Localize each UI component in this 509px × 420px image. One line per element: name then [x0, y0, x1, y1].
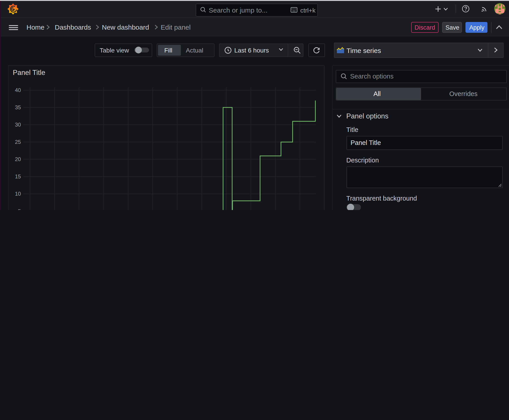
svg-text:35: 35: [15, 104, 21, 110]
svg-text:15: 15: [15, 173, 21, 180]
svg-text:20: 20: [15, 156, 21, 162]
svg-text:5: 5: [18, 208, 21, 210]
svg-text:10: 10: [15, 191, 21, 197]
svg-text:25: 25: [15, 139, 21, 145]
svg-text:30: 30: [15, 122, 21, 128]
svg-text:40: 40: [15, 87, 21, 93]
